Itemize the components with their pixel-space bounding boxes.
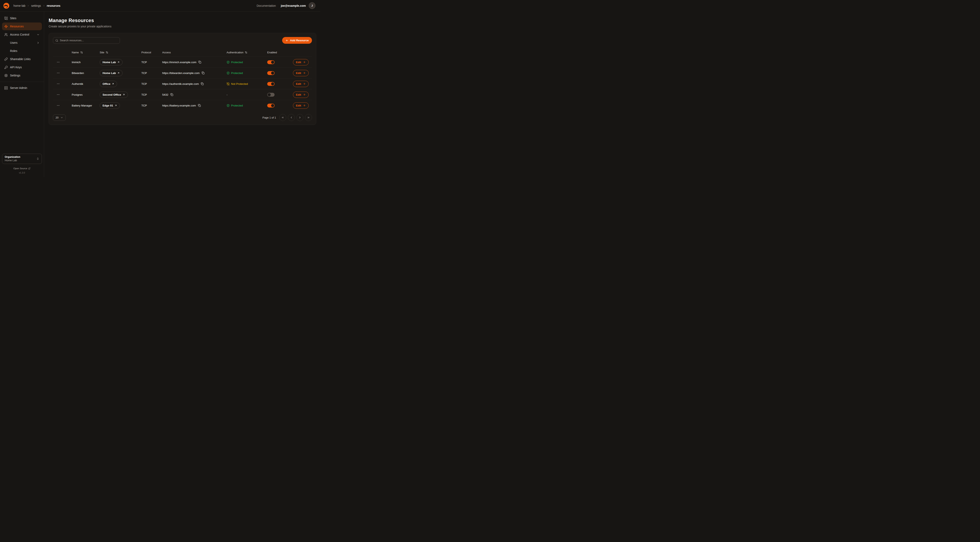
sidebar-item-sites[interactable]: Sites (2, 14, 42, 22)
column-header-enabled: Enabled (267, 51, 296, 54)
add-resource-button[interactable]: Add Resource (282, 37, 312, 44)
sidebar-item-label: API Keys (10, 65, 22, 69)
page-subtitle: Create secure proxies to your private ap… (49, 25, 316, 28)
protocol: TCP (142, 82, 147, 85)
resource-name: Postgres (72, 93, 83, 96)
site-link-button[interactable]: Home Lab (100, 70, 123, 76)
avatar[interactable]: J (309, 2, 315, 9)
table-row: Postgres Second Office TCP 5432 - Edit (53, 89, 312, 100)
open-source-link[interactable]: Open Source (2, 167, 42, 170)
ellipsis-icon (57, 104, 60, 107)
row-menu-button[interactable] (56, 60, 60, 65)
auth-status-label: Protected (231, 104, 243, 107)
table-header: Name Site Protocol Access Authenticati (53, 48, 312, 57)
breadcrumb-resources[interactable]: resources (47, 4, 60, 7)
resources-table: Name Site Protocol Access Authenticati (53, 48, 312, 111)
row-menu-button[interactable] (56, 103, 60, 108)
auth-status: Protected (227, 72, 267, 75)
copy-button[interactable] (170, 93, 173, 96)
pagination: 20 Page 1 of 1 (53, 114, 312, 121)
sidebar-item-server-admin[interactable]: Server Admin (2, 84, 42, 92)
copy-button[interactable] (198, 104, 201, 107)
arrow-right-icon (303, 93, 305, 96)
edit-button[interactable]: Edit (293, 92, 309, 98)
auth-status-label: Not Protected (231, 82, 248, 85)
breadcrumb-settings[interactable]: settings (31, 4, 41, 7)
arrow-right-icon (303, 104, 305, 107)
row-menu-button[interactable] (56, 70, 60, 75)
edit-label: Edit (296, 82, 301, 85)
key-icon (4, 65, 8, 69)
toggle-knob (271, 61, 274, 64)
auth-status-label: Protected (231, 72, 243, 75)
enabled-toggle[interactable] (267, 60, 275, 64)
enabled-toggle[interactable] (267, 82, 275, 86)
breadcrumb-home-lab[interactable]: home-lab (13, 4, 25, 7)
sidebar-item-resources[interactable]: Resources (2, 22, 42, 30)
copy-icon (198, 104, 201, 107)
enabled-toggle[interactable] (267, 104, 275, 107)
chevron-right-icon (37, 41, 40, 45)
ellipsis-icon (57, 82, 60, 85)
edit-button[interactable]: Edit (293, 81, 309, 87)
page-size-value: 20 (56, 116, 59, 119)
edit-button[interactable]: Edit (293, 70, 309, 76)
column-header-authentication[interactable]: Authentication (227, 51, 267, 54)
documentation-link[interactable]: Documentation (256, 4, 276, 7)
enabled-toggle[interactable] (267, 93, 275, 97)
site-link-button[interactable]: Office (100, 81, 117, 87)
shield-check-icon (227, 61, 230, 64)
copy-icon (198, 61, 201, 64)
add-resource-label: Add Resource (290, 39, 309, 42)
page-size-select[interactable]: 20 (53, 115, 66, 121)
arrow-right-icon (303, 72, 305, 74)
copy-button[interactable] (198, 61, 201, 64)
sidebar-item-label: Users (10, 41, 18, 45)
site-link-button[interactable]: Second Office (100, 92, 128, 98)
site-link-button[interactable]: Edge 01 (100, 102, 120, 109)
search-input[interactable] (60, 39, 118, 42)
column-header-site[interactable]: Site (100, 51, 142, 54)
sidebar-item-roles[interactable]: Roles (2, 47, 42, 55)
copy-button[interactable] (201, 82, 204, 85)
arrow-up-right-icon (123, 93, 125, 96)
shield-check-icon (227, 72, 230, 75)
edit-button[interactable]: Edit (293, 59, 309, 65)
access-url: https://authentik.example.com (162, 82, 199, 85)
sidebar-item-settings[interactable]: Settings (2, 72, 42, 79)
resource-name: Authentik (72, 82, 83, 85)
auth-status: Not Protected (227, 82, 267, 85)
main-content: Manage Resources Create secure proxies t… (44, 11, 320, 177)
app-version: v1.3.0 (2, 172, 42, 174)
edit-label: Edit (296, 72, 301, 75)
access-url: https://immich.example.com (162, 61, 196, 64)
sidebar-item-shareable-links[interactable]: Shareable Links (2, 55, 42, 63)
prev-page-button[interactable] (288, 114, 295, 121)
plus-icon (285, 39, 288, 42)
last-page-button[interactable] (305, 114, 312, 121)
row-menu-button[interactable] (56, 92, 60, 97)
sidebar-item-access-control[interactable]: Access Control (2, 31, 42, 38)
site-link-button[interactable]: Home Lab (100, 59, 123, 65)
sort-icon (106, 51, 108, 54)
sidebar-item-api-keys[interactable]: API Keys (2, 63, 42, 71)
user-email[interactable]: joe@example.com (281, 4, 306, 7)
column-header-name[interactable]: Name (72, 51, 100, 54)
next-page-button[interactable] (296, 114, 303, 121)
sidebar-item-users[interactable]: Users (2, 39, 42, 46)
first-page-button[interactable] (279, 114, 286, 121)
protocol: TCP (142, 104, 147, 107)
resources-card: Add Resource Name Site Protocol (49, 33, 316, 125)
chevrons-right-icon (307, 116, 310, 119)
organization-selector[interactable]: Organization Home Lab (2, 154, 42, 164)
page-title: Manage Resources (49, 18, 316, 23)
sidebar: Sites Resources Access Control Users Rol… (0, 11, 44, 177)
arrow-up-right-icon (115, 104, 117, 107)
copy-icon (202, 72, 205, 74)
organization-value: Home Lab (5, 159, 37, 162)
edit-button[interactable]: Edit (293, 102, 309, 109)
search-box (53, 37, 120, 44)
enabled-toggle[interactable] (267, 71, 275, 75)
copy-button[interactable] (202, 72, 205, 74)
row-menu-button[interactable] (56, 81, 60, 86)
